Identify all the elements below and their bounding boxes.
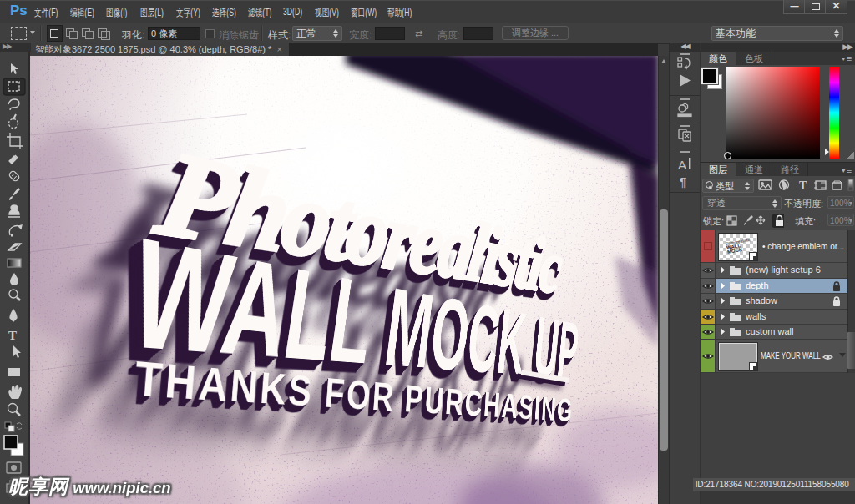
- svg-text:T: T: [8, 329, 17, 342]
- svg-text:¶: ¶: [680, 175, 686, 189]
- svg-text:A: A: [678, 158, 686, 172]
- svg-text:T: T: [799, 179, 807, 192]
